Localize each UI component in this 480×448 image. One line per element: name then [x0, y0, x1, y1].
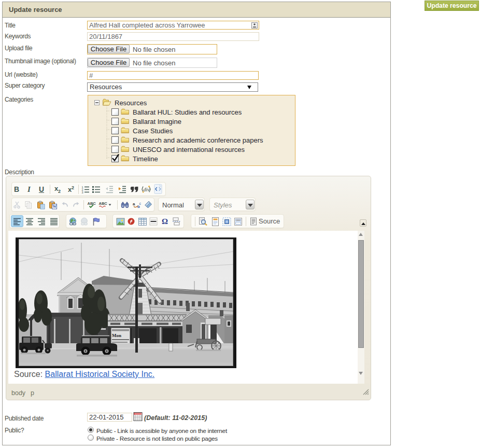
svg-text:c: c — [139, 202, 141, 205]
svg-text:W: W — [52, 204, 57, 209]
svg-text:ABC: ABC — [87, 201, 96, 206]
svg-text:Mon: Mon — [112, 333, 121, 338]
svg-text:div: div — [144, 187, 150, 192]
svg-text:ABC: ABC — [99, 201, 108, 206]
svg-text:a: a — [133, 202, 135, 206]
svg-text:3: 3 — [82, 191, 83, 193]
